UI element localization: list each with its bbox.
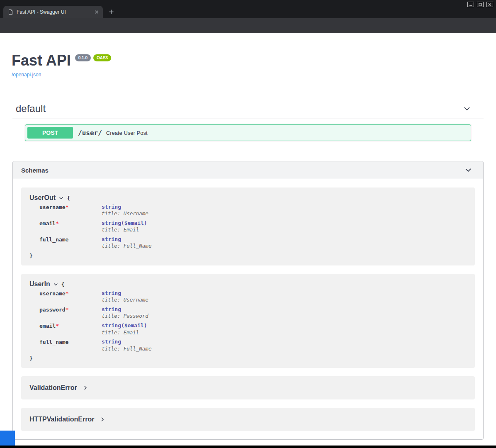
property-title: title: Full_Name [102, 346, 151, 352]
http-method-badge: POST [27, 127, 73, 139]
property-name: username* [39, 290, 102, 303]
schemas-label: Schemas [21, 167, 49, 174]
chevron-down-icon[interactable] [463, 105, 471, 113]
property-type: string [102, 236, 151, 242]
operation-summary: Create User Post [106, 130, 148, 136]
schemas-body: UserOut { username* string title: Userna… [13, 179, 483, 439]
property-type: string [102, 307, 148, 312]
schema-property-row: username* string title: Username [39, 204, 467, 217]
property-title: title: Email [102, 227, 147, 233]
property-title: title: Email [102, 330, 147, 336]
close-brace: } [29, 253, 467, 259]
property-definition: string title: Full_Name [102, 236, 151, 249]
opblock-summary[interactable]: POST /user/ Create User Post [25, 125, 471, 141]
chevron-down-icon[interactable] [464, 166, 472, 174]
close-window-button[interactable] [486, 2, 493, 7]
schema-property-row: username* string title: Username [39, 290, 467, 303]
property-title: title: Username [102, 297, 148, 303]
property-name: email* [39, 323, 102, 335]
open-brace: { [61, 281, 65, 287]
model-toggle[interactable]: UserIn { [29, 280, 467, 288]
schema-property-row: full_name string title: Full_Name [39, 236, 467, 249]
tag-section-default: default POST /user/ Create User Post [12, 99, 484, 141]
new-tab-button[interactable] [109, 9, 114, 15]
swagger-page: Fast API 0.1.0 OAS3 /openapi.json defaul… [0, 33, 496, 446]
property-title: title: Password [102, 313, 148, 319]
minimize-button[interactable] [467, 2, 474, 7]
property-definition: string title: Full_Name [102, 339, 151, 351]
required-star: * [66, 307, 69, 313]
property-name: full_name [39, 236, 102, 249]
minimize-icon [469, 3, 472, 6]
chevron-right-icon [100, 416, 105, 422]
model-properties: username* string title: Username email* … [39, 204, 467, 249]
model-title: ValidationError [29, 384, 77, 392]
tag-label: default [16, 103, 46, 114]
model-properties: username* string title: Username passwor… [39, 290, 467, 351]
browser-toolbar: 127.0.0.1:8000/docs [0, 18, 496, 33]
schemas-section: Schemas UserOut { username* string [12, 161, 484, 440]
browser-titlebar: Fast API - Swagger UI [0, 0, 496, 18]
model-userin: UserIn { username* string title: Usernam… [21, 274, 475, 368]
model-validationerror[interactable]: ValidationError [21, 376, 475, 399]
page-favicon-icon [7, 9, 13, 15]
schema-property-row: password* string title: Password [39, 307, 467, 319]
page-title: Fast API [12, 53, 71, 68]
openapi-spec-link[interactable]: /openapi.json [12, 72, 41, 78]
taskbar-blue-square [0, 431, 15, 446]
property-definition: string($email) title: Email [102, 220, 147, 233]
tab-title: Fast API - Swagger UI [17, 9, 91, 15]
property-name: email* [39, 220, 102, 233]
model-title: UserIn [29, 280, 50, 288]
schema-property-row: email* string($email) title: Email [39, 220, 467, 233]
open-brace: { [67, 195, 70, 201]
window-controls [467, 2, 493, 7]
operation-path: /user/ [78, 129, 102, 137]
property-definition: string($email) title: Email [102, 323, 147, 335]
chevron-right-icon [83, 385, 88, 391]
property-type: string($email) [102, 323, 147, 329]
property-title: title: Username [102, 211, 148, 217]
property-name: password* [39, 307, 102, 319]
bottom-black-bar [0, 446, 496, 448]
title-badges: 0.1.0 OAS3 [75, 54, 111, 61]
close-icon [95, 10, 99, 14]
required-star: * [56, 220, 59, 226]
schema-property-row: email* string($email) title: Email [39, 323, 467, 335]
maximize-button[interactable] [477, 2, 484, 7]
chevron-down-icon [58, 195, 64, 201]
schema-property-row: full_name string title: Full_Name [39, 339, 467, 351]
property-type: string [102, 290, 148, 296]
version-badge: 0.1.0 [75, 54, 91, 61]
property-name: full_name [39, 339, 102, 351]
required-star: * [56, 323, 59, 329]
api-info-section: Fast API 0.1.0 OAS3 /openapi.json [12, 53, 484, 78]
tab-close-button[interactable] [95, 10, 99, 14]
plus-icon [109, 9, 114, 15]
property-definition: string title: Username [102, 204, 148, 217]
model-title: HTTPValidationError [29, 416, 94, 423]
oas3-badge: OAS3 [93, 54, 111, 61]
model-userout: UserOut { username* string title: Userna… [21, 187, 475, 265]
tag-header-default[interactable]: default [12, 99, 484, 119]
maximize-icon [479, 3, 482, 6]
close-icon [488, 3, 491, 6]
close-brace: } [29, 355, 467, 361]
property-type: string($email) [102, 220, 147, 226]
property-type: string [102, 339, 151, 345]
opblock-post-user: POST /user/ Create User Post [25, 124, 471, 141]
schemas-header[interactable]: Schemas [13, 161, 483, 179]
required-star: * [66, 290, 69, 297]
required-star: * [66, 204, 69, 210]
chevron-down-icon [53, 282, 58, 287]
browser-tab[interactable]: Fast API - Swagger UI [3, 6, 103, 18]
model-title: UserOut [29, 194, 56, 202]
property-title: title: Full_Name [102, 243, 151, 249]
model-httpvalidationerror[interactable]: HTTPValidationError [21, 408, 475, 431]
property-definition: string title: Password [102, 307, 148, 319]
model-toggle[interactable]: UserOut { [29, 194, 467, 202]
property-definition: string title: Username [102, 290, 148, 303]
property-type: string [102, 204, 148, 210]
property-name: username* [39, 204, 102, 217]
